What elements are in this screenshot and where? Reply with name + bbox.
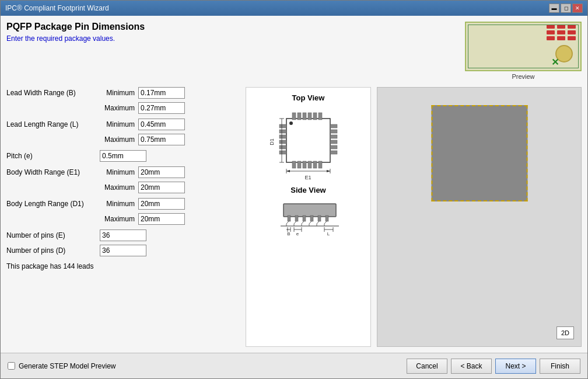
- top-view-svg: D1 E1: [263, 107, 354, 186]
- svg-rect-51: [288, 215, 290, 221]
- svg-rect-31: [279, 140, 286, 144]
- lead-width-min-row: Lead Width Range (B) Minimum: [6, 87, 240, 99]
- svg-rect-8: [547, 36, 555, 40]
- svg-rect-7: [568, 30, 576, 34]
- step-model-checkbox[interactable]: [8, 362, 15, 370]
- title-bar: IPC® Compliant Footprint Wizard ▬ ◻ ✕: [1, 1, 587, 16]
- svg-text:E1: E1: [304, 175, 311, 180]
- svg-rect-3: [557, 25, 565, 29]
- svg-rect-6: [557, 30, 565, 34]
- cancel-button[interactable]: Cancel: [407, 359, 447, 374]
- body-length-min-input[interactable]: [138, 198, 185, 210]
- page-title: PQFP Package Pin Dimensions: [6, 22, 145, 32]
- lead-length-max-input[interactable]: [138, 134, 185, 145]
- svg-rect-22: [292, 161, 296, 168]
- step-model-label[interactable]: Generate STEP Model Preview: [19, 362, 116, 370]
- svg-rect-34: [330, 124, 337, 128]
- svg-rect-57: [303, 215, 306, 221]
- svg-text:e: e: [296, 231, 299, 237]
- svg-rect-29: [279, 130, 286, 133]
- lead-width-max-label: Maximum: [100, 104, 135, 112]
- body-length-min-row: Body Length Range (D1) Minimum: [6, 198, 240, 210]
- svg-marker-48: [327, 170, 330, 172]
- svg-line-58: [302, 221, 304, 224]
- svg-rect-60: [310, 215, 313, 221]
- next-button[interactable]: Next >: [495, 359, 536, 374]
- lead-width-min-input[interactable]: [138, 87, 185, 99]
- lead-length-max-row: Maximum: [6, 134, 240, 145]
- svg-line-52: [286, 221, 289, 224]
- side-view-svg: B e L: [263, 199, 354, 240]
- pitch-input[interactable]: [100, 150, 146, 162]
- svg-rect-23: [298, 161, 301, 168]
- body-length-min-label: Minimum: [100, 200, 135, 208]
- body-width-max-row: Maximum: [6, 182, 240, 193]
- svg-line-55: [294, 221, 296, 224]
- svg-rect-14: [286, 119, 330, 162]
- lead-length-group: Lead Length Range (L) Minimum Maximum: [6, 119, 240, 145]
- info-text: This package has 144 leads: [6, 262, 240, 270]
- body-width-max-input[interactable]: [138, 182, 185, 193]
- num-pins-d-label: Number of pins (D): [6, 246, 100, 255]
- pcb-preview-svg: ✕: [465, 22, 582, 71]
- finish-button[interactable]: Finish: [540, 359, 580, 374]
- body-length-max-label: Maximum: [100, 215, 135, 223]
- svg-rect-39: [330, 151, 337, 154]
- restore-button[interactable]: ◻: [561, 4, 571, 13]
- svg-rect-66: [326, 215, 328, 221]
- side-view-title: Side View: [290, 186, 326, 194]
- svg-line-67: [324, 221, 327, 224]
- body-width-max-label: Maximum: [100, 183, 135, 192]
- header-section: PQFP Package Pin Dimensions Enter the re…: [6, 22, 582, 80]
- lead-length-label: Lead Length Range (L): [6, 120, 100, 128]
- top-view-title: Top View: [292, 93, 325, 102]
- svg-rect-13: [466, 22, 581, 71]
- content-area: PQFP Package Pin Dimensions Enter the re…: [1, 16, 587, 353]
- bottom-left: Generate STEP Model Preview: [8, 362, 116, 370]
- svg-line-61: [309, 221, 312, 224]
- bottom-bar: Generate STEP Model Preview Cancel < Bac…: [1, 353, 587, 378]
- lead-width-max-input[interactable]: [138, 102, 185, 114]
- body-length-max-input[interactable]: [138, 213, 185, 225]
- svg-rect-20: [313, 113, 317, 120]
- body-length-max-row: Maximum: [6, 213, 240, 225]
- num-pins-e-label: Number of pins (E): [6, 231, 100, 239]
- svg-rect-19: [308, 113, 312, 120]
- svg-rect-17: [298, 113, 301, 120]
- window-title: IPC® Compliant Footprint Wizard: [5, 4, 109, 12]
- lead-length-max-label: Maximum: [100, 135, 135, 144]
- back-button[interactable]: < Back: [451, 359, 492, 374]
- svg-rect-25: [308, 161, 312, 168]
- lead-width-min-label: Minimum: [100, 89, 135, 97]
- body-width-label: Body Width Range (E1): [6, 168, 100, 176]
- num-pins-d-input[interactable]: [100, 245, 146, 256]
- minimize-button[interactable]: ▬: [549, 4, 559, 13]
- body-width-min-input[interactable]: [138, 166, 185, 178]
- num-pins-e-row: Number of pins (E): [6, 230, 240, 241]
- bottom-buttons: Cancel < Back Next > Finish: [407, 359, 580, 374]
- diagram-section: Top View: [246, 87, 371, 347]
- preview-2d-view: [431, 105, 527, 201]
- svg-rect-9: [557, 36, 565, 40]
- svg-text:B: B: [287, 231, 290, 237]
- svg-point-15: [289, 121, 293, 125]
- svg-rect-26: [313, 161, 317, 168]
- svg-text:L: L: [327, 231, 330, 237]
- lead-length-min-input[interactable]: [138, 119, 185, 130]
- lead-length-min-row: Lead Length Range (L) Minimum: [6, 119, 240, 130]
- main-window: IPC® Compliant Footprint Wizard ▬ ◻ ✕ PQ…: [0, 0, 588, 379]
- svg-rect-10: [568, 36, 576, 40]
- lead-width-max-row: Maximum: [6, 102, 240, 114]
- num-pins-e-input[interactable]: [100, 230, 146, 241]
- svg-rect-5: [547, 30, 555, 34]
- main-content: Lead Width Range (B) Minimum Maximum Lea…: [6, 87, 582, 347]
- title-bar-buttons: ▬ ◻ ✕: [549, 4, 583, 13]
- body-length-label: Body Length Range (D1): [6, 200, 100, 208]
- svg-rect-4: [568, 25, 576, 29]
- svg-point-11: [556, 46, 572, 62]
- pitch-row: Pitch (e): [6, 150, 240, 162]
- preview-2d-badge: 2D: [556, 326, 574, 339]
- pitch-label: Pitch (e): [6, 152, 100, 160]
- close-button[interactable]: ✕: [572, 4, 583, 13]
- svg-rect-18: [303, 113, 306, 120]
